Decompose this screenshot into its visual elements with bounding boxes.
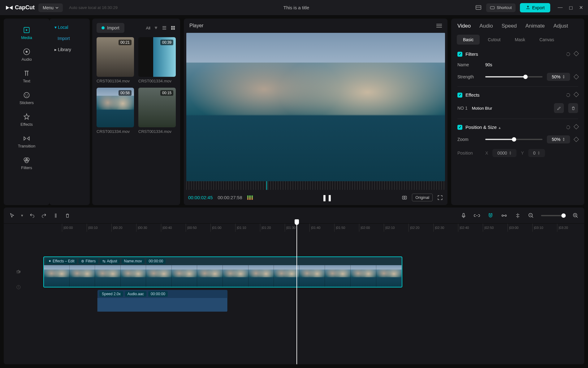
- subtab-canvas[interactable]: Canvas: [533, 35, 560, 45]
- player-menu-icon[interactable]: [436, 24, 442, 28]
- delete-icon[interactable]: [65, 213, 70, 218]
- effects-checkbox[interactable]: ✓: [457, 93, 462, 98]
- split-icon[interactable]: [53, 213, 58, 218]
- redo-icon[interactable]: [41, 213, 47, 218]
- media-clip[interactable]: 00:39CRST001334.mov: [138, 37, 176, 83]
- tool-strip: Media Audio Text Stickers Effects Transi…: [4, 19, 50, 205]
- player-title: Player: [189, 23, 203, 28]
- fullscreen-icon[interactable]: [437, 195, 443, 201]
- svg-point-20: [505, 215, 507, 216]
- snapshot-icon[interactable]: [401, 195, 408, 201]
- clip-tag-effects[interactable]: ✦ Effects – Edit: [46, 258, 77, 264]
- filter-name: 90s: [485, 62, 492, 67]
- keyframe-icon[interactable]: [574, 92, 579, 97]
- player-ruler[interactable]: [186, 181, 445, 190]
- player-canvas[interactable]: [186, 33, 445, 181]
- tool-media[interactable]: Media: [4, 22, 50, 44]
- mute-toggle[interactable]: [9, 269, 28, 274]
- zoom-out-icon[interactable]: [528, 212, 534, 219]
- video-clip[interactable]: ✦ Effects – Edit ⊚ Filters ⇆ Adjust Name…: [43, 256, 402, 287]
- tab-adjust[interactable]: Adjust: [553, 23, 568, 29]
- zoom-value[interactable]: 50%▲▼: [547, 135, 570, 143]
- keyframe-icon[interactable]: [574, 124, 579, 129]
- tab-animate[interactable]: Animate: [525, 23, 545, 29]
- cursor-icon[interactable]: [9, 213, 15, 218]
- layout-icon[interactable]: [475, 4, 482, 11]
- effect-number: NO 1: [457, 106, 468, 111]
- shortcut-button[interactable]: Shortcut: [486, 3, 515, 12]
- svg-rect-15: [173, 28, 175, 30]
- clip-tag-name: Name.mov: [122, 258, 145, 264]
- tree-import[interactable]: Import: [50, 33, 90, 44]
- possize-title: Position & Size ▲: [465, 125, 563, 130]
- filters-title: Filters: [465, 51, 563, 57]
- tool-text[interactable]: Text: [4, 66, 50, 87]
- sort-icon[interactable]: [153, 25, 158, 30]
- tool-audio[interactable]: Audio: [4, 44, 50, 66]
- tool-transition[interactable]: Transition: [4, 131, 50, 152]
- position-x[interactable]: 0000▲▼: [492, 149, 517, 157]
- keyframe-icon[interactable]: [574, 137, 579, 142]
- undo-icon[interactable]: [29, 213, 35, 218]
- subtab-basic[interactable]: Basic: [457, 35, 480, 45]
- svg-rect-2: [490, 7, 494, 9]
- chain-icon[interactable]: [501, 212, 508, 219]
- tool-effects[interactable]: Effects: [4, 109, 50, 131]
- keyframe-icon[interactable]: [574, 51, 579, 56]
- align-icon[interactable]: [514, 212, 521, 219]
- media-clip[interactable]: 00:15CRST001334.mov: [138, 88, 176, 134]
- strength-slider[interactable]: [485, 76, 543, 77]
- maximize-button[interactable]: ◻: [569, 5, 573, 11]
- strength-value[interactable]: 50%▲▼: [547, 73, 570, 81]
- menu-button[interactable]: Menu: [38, 3, 63, 12]
- subtab-cutout[interactable]: Cutout: [482, 35, 507, 45]
- delete-effect-button[interactable]: [568, 103, 578, 113]
- view-list-icon[interactable]: [162, 25, 167, 31]
- tab-video[interactable]: Video: [457, 23, 471, 29]
- tool-stickers[interactable]: Stickers: [4, 87, 50, 109]
- clip-tag-filters[interactable]: ⊚ Filters: [79, 258, 98, 264]
- timeline-zoom-slider[interactable]: [541, 215, 566, 216]
- magnet-icon[interactable]: [487, 212, 494, 219]
- reset-icon[interactable]: [566, 52, 571, 57]
- edit-effect-button[interactable]: [554, 103, 564, 113]
- possize-checkbox[interactable]: ✓: [457, 125, 462, 130]
- export-button[interactable]: Export: [520, 3, 550, 12]
- filters-checkbox[interactable]: ✓: [457, 52, 462, 57]
- project-title[interactable]: This is a title: [121, 5, 471, 10]
- audio-clip[interactable]: Speed 2.0x Audio.aac 00:00:00: [97, 290, 227, 312]
- subtab-mask[interactable]: Mask: [508, 35, 531, 45]
- tab-speed[interactable]: Speed: [502, 23, 517, 29]
- tree-library[interactable]: ▸ Library: [50, 44, 90, 55]
- keyframe-icon[interactable]: [574, 74, 579, 80]
- media-clip[interactable]: 00:21CRST001334.mov: [97, 37, 134, 83]
- playhead[interactable]: [296, 224, 297, 364]
- link-icon[interactable]: [473, 212, 480, 219]
- tree-local[interactable]: ▾ Local: [50, 22, 90, 33]
- filter-all[interactable]: All: [146, 26, 150, 30]
- mic-icon[interactable]: [460, 212, 467, 219]
- minimize-button[interactable]: —: [558, 5, 563, 11]
- tab-audio[interactable]: Audio: [479, 23, 493, 29]
- svg-rect-14: [171, 28, 173, 30]
- audio-tag-tc: 00:00:00: [148, 291, 168, 297]
- zoom-in-icon[interactable]: [573, 212, 579, 219]
- svg-point-19: [502, 215, 504, 216]
- timeline-ruler[interactable]: |00:00|00:10|00:20|00:30|00:40|00:50|01:…: [9, 224, 579, 232]
- audio-track-toggle[interactable]: [9, 276, 28, 298]
- media-clip[interactable]: 00:58CRST001334.mov: [97, 88, 134, 134]
- zoom-slider[interactable]: [485, 139, 543, 140]
- pause-button[interactable]: ❚❚: [322, 194, 332, 201]
- timeline[interactable]: |00:00|00:10|00:20|00:30|00:40|00:50|01:…: [4, 224, 584, 364]
- close-button[interactable]: ✕: [579, 5, 583, 11]
- import-button[interactable]: Import: [97, 23, 124, 33]
- view-grid-icon[interactable]: [170, 25, 176, 31]
- media-tree: ▾ Local Import ▸ Library: [50, 19, 90, 205]
- reset-icon[interactable]: [566, 93, 571, 98]
- svg-rect-18: [463, 213, 465, 216]
- position-y[interactable]: 0▲▼: [528, 149, 545, 157]
- reset-icon[interactable]: [566, 125, 571, 130]
- tool-filters[interactable]: Filters: [4, 152, 50, 174]
- clip-tag-adjust[interactable]: ⇆ Adjust: [100, 258, 119, 264]
- original-button[interactable]: Original: [412, 194, 433, 201]
